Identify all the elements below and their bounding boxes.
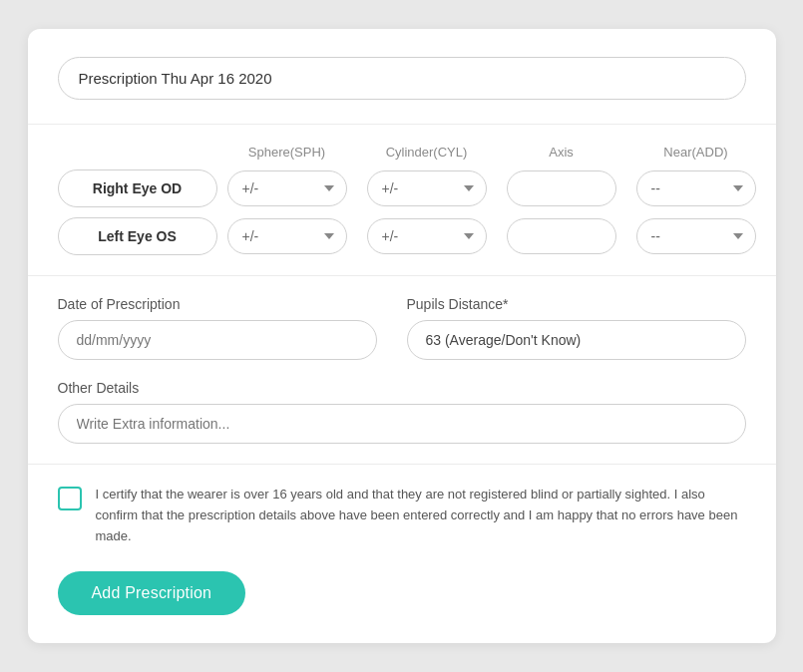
certification-checkbox[interactable] xyxy=(58,487,82,510)
right-eye-label: Right Eye OD xyxy=(58,169,217,207)
divider-1 xyxy=(28,124,776,125)
add-prescription-button[interactable]: Add Prescription xyxy=(58,571,246,615)
right-eye-row: Right Eye OD +/- +0.25+0.50+0.75 -0.25-0… xyxy=(58,169,746,207)
col-header-near: Near(ADD) xyxy=(626,145,766,160)
certification-text: I certify that the wearer is over 16 yea… xyxy=(96,485,746,546)
pupils-field-group: Pupils Distance* xyxy=(407,296,746,360)
left-eye-axis-cell xyxy=(497,218,626,254)
details-section: Date of Prescription Pupils Distance* xyxy=(58,296,746,360)
right-eye-axis-input[interactable] xyxy=(507,170,616,206)
column-headers: Sphere(SPH) Cylinder(CYL) Axis Near(ADD) xyxy=(58,145,746,160)
right-eye-axis-cell xyxy=(497,170,626,206)
right-eye-cylinder-select[interactable]: +/- +0.25+0.50 -0.25-0.50 xyxy=(367,170,487,206)
col-header-cylinder: Cylinder(CYL) xyxy=(357,145,497,160)
left-eye-cylinder-cell: +/- +0.25+0.50 -0.25-0.50 xyxy=(357,218,497,254)
date-field-group: Date of Prescription xyxy=(58,296,377,360)
right-eye-sphere-cell: +/- +0.25+0.50+0.75 -0.25-0.50-0.75 xyxy=(217,170,357,206)
left-eye-near-cell: -- +0.25+0.50+0.75 +1.00+1.50+2.00 xyxy=(626,218,766,254)
prescription-table: Sphere(SPH) Cylinder(CYL) Axis Near(ADD)… xyxy=(58,145,746,255)
left-eye-label: Left Eye OS xyxy=(58,217,217,255)
other-details-section: Other Details xyxy=(58,380,746,444)
left-eye-row: Left Eye OS +/- +0.25+0.50+0.75 -0.25-0.… xyxy=(58,217,746,255)
prescription-card: Sphere(SPH) Cylinder(CYL) Axis Near(ADD)… xyxy=(28,29,776,642)
right-eye-near-cell: -- +0.25+0.50+0.75 +1.00+1.50+2.00 xyxy=(626,170,766,206)
left-eye-axis-input[interactable] xyxy=(507,218,616,254)
col-header-axis: Axis xyxy=(497,145,626,160)
left-eye-cylinder-select[interactable]: +/- +0.25+0.50 -0.25-0.50 xyxy=(367,218,487,254)
pupils-label: Pupils Distance* xyxy=(407,296,746,312)
right-eye-sphere-select[interactable]: +/- +0.25+0.50+0.75 -0.25-0.50-0.75 xyxy=(227,170,347,206)
divider-3 xyxy=(28,464,776,465)
pupils-input[interactable] xyxy=(407,320,746,360)
prescription-title-input[interactable] xyxy=(58,57,746,100)
other-details-input[interactable] xyxy=(58,404,746,444)
divider-2 xyxy=(28,275,776,276)
certification-section: I certify that the wearer is over 16 yea… xyxy=(58,485,746,546)
left-eye-near-select[interactable]: -- +0.25+0.50+0.75 +1.00+1.50+2.00 xyxy=(636,218,756,254)
left-eye-sphere-select[interactable]: +/- +0.25+0.50+0.75 -0.25-0.50-0.75 xyxy=(227,218,347,254)
right-eye-cylinder-cell: +/- +0.25+0.50 -0.25-0.50 xyxy=(357,170,497,206)
date-label: Date of Prescription xyxy=(58,296,377,312)
left-eye-sphere-cell: +/- +0.25+0.50+0.75 -0.25-0.50-0.75 xyxy=(217,218,357,254)
date-input[interactable] xyxy=(58,320,377,360)
col-header-eye xyxy=(58,145,217,160)
certification-checkbox-wrap[interactable] xyxy=(58,487,82,510)
other-details-label: Other Details xyxy=(58,380,746,396)
col-header-sphere: Sphere(SPH) xyxy=(217,145,357,160)
right-eye-near-select[interactable]: -- +0.25+0.50+0.75 +1.00+1.50+2.00 xyxy=(636,170,756,206)
